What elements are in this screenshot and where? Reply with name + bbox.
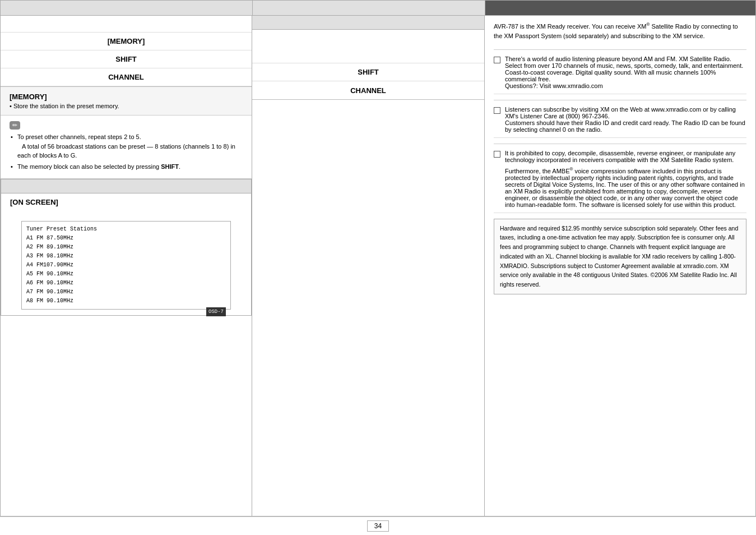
top-bar-right: [485, 0, 756, 16]
divider-2: [494, 100, 746, 100]
steps-section: [MEMORY] SHIFT CHANNEL: [1, 16, 252, 87]
on-screen-section: [ON SCREEN] Tuner Preset Stations A1 FM …: [1, 179, 252, 316]
step4-label: CHANNEL: [108, 73, 144, 81]
note-icon: ✏: [10, 121, 20, 130]
mid-column: SHIFT CHANNEL: [252, 16, 485, 516]
mid-empty-1: [252, 30, 484, 63]
on-screen-display: Tuner Preset Stations A1 FM 87.50MHz A2 …: [21, 221, 231, 310]
osd-row-3: A3 FM 98.10MHz: [26, 252, 226, 261]
note-item-1-cont: A total of 56 broadcast stations can be …: [17, 143, 235, 159]
section2-para2: Questions?: Visit www.xmradio.com: [505, 82, 746, 89]
on-screen-body: Tuner Preset Stations A1 FM 87.50MHz A2 …: [1, 215, 251, 315]
step-row-2: [MEMORY]: [1, 33, 252, 50]
section3-para1: Listeners can subscribe by visiting XM o…: [505, 106, 746, 119]
note-list: To preset other channels, repeat steps 2…: [10, 132, 243, 171]
left-column: [MEMORY] SHIFT CHANNEL [MEMORY] • Store …: [0, 16, 252, 516]
right-section-4: It is prohibited to copy, decompile, dis…: [494, 150, 746, 213]
section3-para2: Customers should have their Radio ID and…: [505, 119, 746, 133]
checkbox-icon-1: [494, 57, 500, 63]
right-section-intro: AVR-787 is the XM Ready receiver. You ca…: [494, 21, 746, 41]
osd-row-8: A8 FM 90.10MHz: [26, 297, 226, 306]
checkbox-icon-3: [494, 151, 500, 158]
section2-content: There's a world of audio listening pleas…: [505, 56, 746, 89]
osd-row-7: A7 FM 90.10MHz: [26, 288, 226, 297]
page-number-section: 34: [0, 516, 756, 535]
mid-step-shift: SHIFT: [252, 63, 484, 81]
intro-text: AVR-787 is the XM Ready receiver. You ca…: [494, 21, 746, 41]
memory-title: [MEMORY]: [10, 93, 243, 101]
disclaimer-box: Hardware and required $12.95 monthly ser…: [494, 219, 746, 295]
xmradio-link-1[interactable]: www.xmradio.com: [553, 82, 602, 89]
step3-label: SHIFT: [115, 55, 137, 63]
section4-content: It is prohibited to copy, decompile, dis…: [505, 150, 746, 208]
on-screen-title: [ON SCREEN]: [1, 193, 251, 211]
xmradio-link-2[interactable]: www.xmradio.com: [651, 106, 701, 113]
mid-steps-section: SHIFT CHANNEL: [252, 30, 484, 100]
mid-top-bar: [252, 16, 484, 30]
divider-1: [494, 49, 746, 50]
divider-3: [494, 144, 746, 144]
mid-channel-label: CHANNEL: [350, 86, 386, 95]
top-bar-left: [0, 0, 252, 16]
checkbox-icon-2: [494, 107, 500, 114]
mid-step-channel: CHANNEL: [252, 81, 484, 99]
note-item-3: The memory block can also be selected by…: [10, 162, 243, 172]
memory-desc: • Store the station in the preset memory…: [10, 103, 243, 109]
section2-para1: There's a world of audio listening pleas…: [505, 56, 746, 82]
note-section: ✏ To preset other channels, repeat steps…: [1, 116, 252, 179]
osd-row-6: A6 FM 90.10MHz: [26, 279, 226, 288]
step-row-1: [1, 16, 252, 33]
top-bar-mid: [252, 0, 485, 16]
step2-label: [MEMORY]: [108, 37, 145, 45]
step-row-3: SHIFT: [1, 50, 252, 68]
section4-para1: It is prohibited to copy, decompile, dis…: [505, 150, 746, 163]
step-row-4: CHANNEL: [1, 68, 252, 86]
right-column: AVR-787 is the XM Ready receiver. You ca…: [485, 16, 756, 516]
page-number: 34: [367, 520, 389, 532]
note-item-1: To preset other channels, repeat steps 2…: [10, 132, 243, 160]
right-section-3: Listeners can subscribe by visiting XM o…: [494, 106, 746, 138]
osd-row-5: A5 FM 90.10MHz: [26, 270, 226, 279]
osd-tag: OSD-7: [206, 307, 226, 316]
on-screen-header: [1, 179, 251, 193]
right-section-2: There's a world of audio listening pleas…: [494, 56, 746, 94]
memory-section: [MEMORY] • Store the station in the pres…: [1, 87, 252, 116]
osd-row-4: A4 FM107.90MHz: [26, 261, 226, 270]
section3-content: Listeners can subscribe by visiting XM o…: [505, 106, 746, 133]
section4-para2: Furthermore, the AMBE® voice compression…: [505, 167, 746, 208]
osd-header: Tuner Preset Stations: [26, 225, 226, 234]
mid-shift-label: SHIFT: [358, 68, 379, 76]
disclaimer-text: Hardware and required $12.95 monthly ser…: [500, 224, 740, 290]
osd-row-1: A1 FM 87.50MHz: [26, 234, 226, 243]
osd-row-2: A2 FM 89.10MHz: [26, 243, 226, 252]
